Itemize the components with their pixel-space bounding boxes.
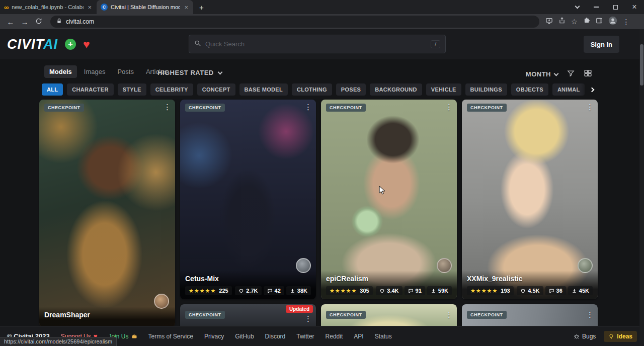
- downloads-stat: 38K: [286, 286, 311, 295]
- sort-dropdown[interactable]: HIGHEST RATED: [157, 69, 222, 76]
- star-icons: ★★★★★: [470, 288, 498, 294]
- creator-avatar[interactable]: [296, 258, 311, 273]
- category-chip[interactable]: VEHICLE: [426, 83, 461, 96]
- comment-icon: [267, 288, 273, 294]
- footer-link-api[interactable]: API: [354, 333, 363, 340]
- category-chip[interactable]: CHARACTER: [67, 83, 113, 96]
- layout-toggle-icon[interactable]: [584, 69, 592, 79]
- tab-close-icon[interactable]: ×: [87, 4, 93, 11]
- browser-menu-icon[interactable]: ⋮: [623, 18, 630, 25]
- footer-link-reddit[interactable]: Reddit: [326, 333, 343, 340]
- profile-avatar[interactable]: [608, 16, 617, 27]
- minimize-button[interactable]: [587, 0, 606, 14]
- category-chip-row: ALL CHARACTER STYLE CELEBRITY CONCEPT BA…: [42, 83, 591, 96]
- back-button[interactable]: ←: [4, 18, 17, 26]
- creator-avatar[interactable]: [437, 258, 452, 273]
- filter-controls: MONTH: [526, 69, 592, 79]
- download-icon: [572, 288, 577, 294]
- creator-avatar[interactable]: [578, 258, 593, 273]
- forward-button[interactable]: →: [18, 18, 31, 26]
- address-bar[interactable]: civitai.com: [50, 16, 539, 28]
- category-chip[interactable]: POSES: [336, 83, 366, 96]
- model-type-badge: CHECKPOINT: [326, 311, 366, 319]
- tab-search-chevron-icon[interactable]: [568, 0, 587, 14]
- extensions-icon[interactable]: [583, 17, 590, 26]
- model-card-cetus-mix[interactable]: CHECKPOINT ⋮ Cetus-Mix ★★★★★ 225 2.7K 42…: [180, 100, 316, 299]
- tab-posts[interactable]: Posts: [112, 65, 139, 78]
- create-plus-button[interactable]: +: [65, 39, 76, 50]
- category-chip[interactable]: BASE MODEL: [239, 83, 288, 96]
- card-menu-button[interactable]: ⋮: [445, 103, 453, 112]
- category-chip[interactable]: BUILDINGS: [465, 83, 507, 96]
- model-card-xxmix9realistic[interactable]: CHECKPOINT ⋮ XXMix_9realistic ★★★★★ 193 …: [462, 100, 598, 299]
- browser-toolbar: ← → civitai.com ☆ ⋮: [0, 14, 644, 29]
- scrollbar-thumb[interactable]: [640, 44, 643, 85]
- model-card-epicrealism[interactable]: CHECKPOINT ⋮ epiCRealism ★★★★★ 305 3.4K …: [321, 100, 457, 299]
- favorites-heart-button[interactable]: ♥: [83, 39, 90, 50]
- card-menu-button[interactable]: ⋮: [164, 103, 171, 112]
- share-icon[interactable]: [558, 17, 566, 26]
- bugs-button[interactable]: Bugs: [574, 333, 596, 340]
- browser-tab-civitai[interactable]: C Civitai | Stable Diffusion models, ×: [97, 0, 193, 14]
- browser-tab-bar: ∞ new_colab_file.ipynb - Colaborat × C C…: [0, 0, 644, 14]
- card-menu-button[interactable]: ⋮: [586, 310, 594, 319]
- model-title: XXMix_9realistic: [467, 275, 593, 283]
- card-menu-button[interactable]: ⋮: [304, 103, 312, 112]
- search-input[interactable]: [205, 40, 427, 48]
- footer-link-terms[interactable]: Terms of Service: [148, 333, 193, 340]
- period-label: MONTH: [526, 70, 551, 78]
- model-preview-image: [39, 100, 175, 327]
- model-preview-image: [321, 100, 457, 299]
- category-chip[interactable]: CELEBRITY: [150, 83, 193, 96]
- browser-tab-colab[interactable]: ∞ new_colab_file.ipynb - Colaborat ×: [0, 0, 97, 14]
- footer-link-twitter[interactable]: Twitter: [296, 333, 314, 340]
- tab-models[interactable]: Models: [44, 65, 77, 78]
- page-scrollbar[interactable]: [639, 29, 644, 346]
- category-chip[interactable]: OBJECTS: [511, 83, 548, 96]
- civitai-favicon-icon: C: [101, 4, 108, 11]
- chevron-down-icon: [554, 71, 559, 76]
- category-chip[interactable]: BACKGROUND: [370, 83, 422, 96]
- rating-count: 225: [219, 288, 228, 294]
- install-app-icon[interactable]: [545, 17, 553, 27]
- slash-shortcut-hint: /: [431, 40, 440, 48]
- model-card-dreamshaper[interactable]: CHECKPOINT ⋮ DreamShaper: [39, 100, 175, 327]
- new-tab-button[interactable]: +: [199, 4, 204, 11]
- sign-in-button[interactable]: Sign In: [584, 36, 619, 53]
- filter-icon[interactable]: [567, 69, 575, 79]
- ideas-button[interactable]: Ideas: [604, 331, 637, 342]
- card-menu-button[interactable]: ⋮: [586, 103, 594, 112]
- card-menu-button[interactable]: ⋮: [304, 314, 312, 323]
- search-bar[interactable]: /: [189, 35, 446, 53]
- card-menu-button[interactable]: ⋮: [445, 310, 453, 319]
- footer-link-privacy[interactable]: Privacy: [204, 333, 224, 340]
- period-dropdown[interactable]: MONTH: [526, 70, 558, 78]
- close-button[interactable]: ×: [625, 0, 644, 14]
- maximize-button[interactable]: [606, 0, 625, 14]
- category-chip[interactable]: CLOTHING: [292, 83, 332, 96]
- reload-button[interactable]: [32, 18, 45, 26]
- category-chip[interactable]: CONCEPT: [197, 83, 235, 96]
- bookmark-star-icon[interactable]: ☆: [571, 18, 578, 25]
- footer-link-github[interactable]: GitHub: [235, 333, 254, 340]
- categories-scroll-next-button[interactable]: [581, 83, 596, 96]
- footer-link-status[interactable]: Status: [375, 333, 392, 340]
- model-title: Cetus-Mix: [185, 275, 311, 283]
- comment-icon: [408, 288, 414, 294]
- tab-close-icon[interactable]: ×: [183, 4, 189, 11]
- category-chip[interactable]: ANIMAL: [552, 83, 585, 96]
- civitai-page: CIVITAI + ♥ / Sign In Models Images Post…: [0, 29, 644, 346]
- category-chip[interactable]: STYLE: [118, 83, 146, 96]
- mouse-cursor: [379, 186, 387, 198]
- rating: ★★★★★ 225: [185, 286, 232, 295]
- creator-avatar[interactable]: [154, 294, 169, 309]
- side-panel-icon[interactable]: [596, 17, 603, 26]
- footer-link-discord[interactable]: Discord: [265, 333, 286, 340]
- category-chip-all[interactable]: ALL: [42, 83, 63, 96]
- tab-images[interactable]: Images: [79, 65, 111, 78]
- model-preview-image: [180, 100, 316, 299]
- civitai-logo[interactable]: CIVITAI: [7, 37, 58, 52]
- comments-stat: 91: [405, 286, 425, 295]
- comments-stat: 42: [264, 286, 284, 295]
- likes-stat: 3.4K: [376, 286, 402, 295]
